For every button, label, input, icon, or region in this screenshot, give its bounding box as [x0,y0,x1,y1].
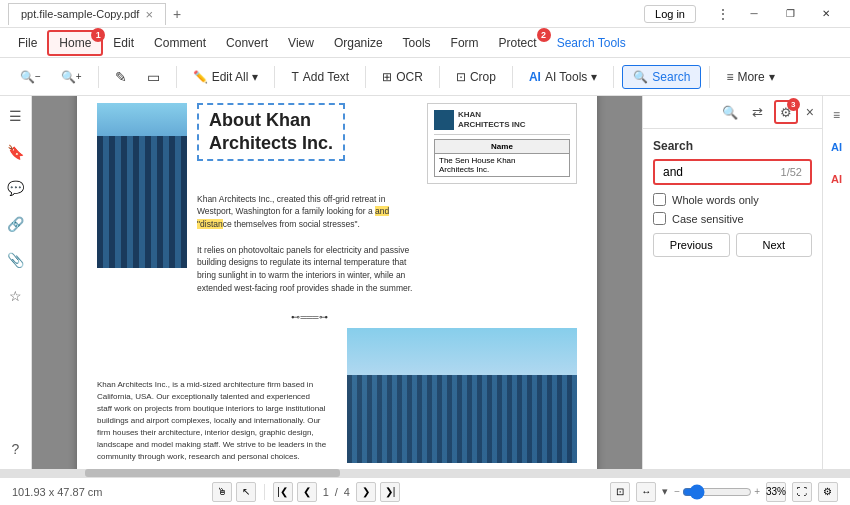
statusbar: 101.93 x 47.87 cm 🖱 ↖ |❮ ❮ 1 / 4 ❯ ❯| ⊡ … [0,477,850,505]
sidebar-item-menu[interactable]: ☰ [4,104,28,128]
far-right-icon-menu[interactable]: ≡ [826,104,848,126]
first-page-button[interactable]: |❮ [273,482,293,502]
fit-page-button[interactable]: ⊡ [610,482,630,502]
fullscreen-button[interactable]: ⛶ [792,482,812,502]
close-button[interactable]: ✕ [810,4,842,24]
menu-search-tools[interactable]: Search Tools [547,32,636,54]
left-sidebar: ☰ 🔖 💬 🔗 📎 ☆ ? [0,96,32,469]
close-search-panel[interactable]: × [806,104,814,120]
highlight-icon: ✎ [115,69,127,85]
logo-text: KHANARCHITECTS INC [458,110,526,129]
more-tools-button[interactable]: ≡ More ▾ [718,66,782,88]
menu-view[interactable]: View [278,32,324,54]
zoom-out-minus: − [35,71,41,82]
sidebar-item-comment[interactable]: 💬 [4,176,28,200]
case-sensitive-checkbox-row[interactable]: Case sensitive [653,212,812,225]
fit-width-button[interactable]: ↔ [636,482,656,502]
sidebar-item-star[interactable]: ☆ [4,284,28,308]
pdf-lower-body: Khan Architects Inc., is a mid-sized arc… [97,379,327,463]
menu-organize[interactable]: Organize [324,32,393,54]
menu-convert[interactable]: Convert [216,32,278,54]
far-right-sidebar: ≡ AI AI [822,96,850,469]
sidebar-item-help[interactable]: ? [4,437,28,461]
zoom-percent-button[interactable]: 33% [766,482,786,502]
add-text-button[interactable]: T Add Text [283,66,357,88]
zoom-minus-icon[interactable]: − [674,486,680,497]
far-right-icon-ai1[interactable]: AI [826,136,848,158]
total-pages: 4 [342,486,352,498]
prev-page-button[interactable]: ❮ [297,482,317,502]
search-title: Search [653,139,812,153]
horizontal-scrollbar[interactable] [0,469,850,477]
zoom-down-icon[interactable]: ▾ [662,485,668,498]
close-tab-btn[interactable]: × [145,7,153,22]
pdf-title: About KhanArchitects Inc. [197,103,345,162]
crop-icon: ⊡ [456,70,466,84]
panel-options-icon[interactable]: ⚙ 3 [774,100,798,124]
table-cell-name: The Sen House KhanArchitects Inc. [435,153,570,176]
panel-search-icon[interactable]: 🔍 [718,100,742,124]
case-sensitive-checkbox[interactable] [653,212,666,225]
zoom-out-button[interactable]: 🔍 − [12,66,49,88]
search-input-container: 1/52 [653,159,812,185]
next-page-button[interactable]: ❯ [356,482,376,502]
menu-protect[interactable]: Protect 2 [489,32,547,54]
zoom-in-plus: + [76,71,82,82]
search-input[interactable] [663,165,781,179]
last-page-button[interactable]: ❯| [380,482,400,502]
menu-file[interactable]: File [8,32,47,54]
more-icon[interactable]: ⋮ [712,6,734,22]
toolbar: 🔍 − 🔍 + ✎ ▭ ✏️ Edit All ▾ T Add Text ⊞ O… [0,58,850,96]
panel-replace-icon[interactable]: ⇄ [746,100,770,124]
menu-home[interactable]: Home 1 [47,30,103,56]
whole-words-checkbox[interactable] [653,193,666,206]
pdf-page: About KhanArchitects Inc. KHANARCHITECTS… [77,96,597,469]
search-panel-body: Search 1/52 Whole words only Case sensit… [643,129,822,267]
content-area: About KhanArchitects Inc. KHANARCHITECTS… [32,96,642,469]
menu-form[interactable]: Form [441,32,489,54]
rect-button[interactable]: ▭ [139,65,168,89]
page-separator: / [335,486,338,498]
new-tab-button[interactable]: + [166,3,188,25]
more-icon: ≡ [726,70,733,84]
sidebar-item-bookmark[interactable]: 🔖 [4,140,28,164]
whole-words-label: Whole words only [672,194,759,206]
zoom-percent: 33% [766,486,786,497]
login-button[interactable]: Log in [644,5,696,23]
sidebar-item-attach[interactable]: 📎 [4,248,28,272]
sidebar-item-link[interactable]: 🔗 [4,212,28,236]
ai-tools-button[interactable]: AI AI Tools ▾ [521,66,605,88]
zoom-in-button[interactable]: 🔍 + [53,66,90,88]
menu-tools[interactable]: Tools [393,32,441,54]
add-text-icon: T [291,70,298,84]
pointer-icon[interactable]: ↖ [236,482,256,502]
rect-icon: ▭ [147,69,160,85]
menu-comment[interactable]: Comment [144,32,216,54]
zoom-slider[interactable] [682,484,752,500]
separator-1 [98,66,99,88]
search-icon: 🔍 [633,70,648,84]
minimize-button[interactable]: ─ [738,4,770,24]
cursor-icon[interactable]: 🖱 [212,482,232,502]
next-button[interactable]: Next [736,233,813,257]
ocr-button[interactable]: ⊞ OCR [374,66,431,88]
edit-all-button[interactable]: ✏️ Edit All ▾ [185,66,267,88]
edit-dropdown-icon: ▾ [252,70,258,84]
search-button[interactable]: 🔍 Search [622,65,701,89]
table-header-name: Name [435,139,570,153]
title-tab[interactable]: ppt.file-sample-Copy.pdf × [8,3,166,25]
highlight-button[interactable]: ✎ [107,65,135,89]
titlebar: ppt.file-sample-Copy.pdf × + Log in ⋮ ─ … [0,0,850,28]
restore-button[interactable]: ❐ [774,4,806,24]
settings-button[interactable]: ⚙ [818,482,838,502]
far-right-icon-ai2[interactable]: AI [826,168,848,190]
previous-button[interactable]: Previous [653,233,730,257]
edit-icon: ✏️ [193,70,208,84]
menu-edit[interactable]: Edit [103,32,144,54]
whole-words-checkbox-row[interactable]: Whole words only [653,193,812,206]
zoom-plus-icon[interactable]: + [754,486,760,497]
pdf-title-area: About KhanArchitects Inc. [197,103,345,162]
pdf-info-table: Name The Sen House KhanArchitects Inc. [434,139,570,177]
ai-dropdown-icon: ▾ [591,70,597,84]
crop-button[interactable]: ⊡ Crop [448,66,504,88]
